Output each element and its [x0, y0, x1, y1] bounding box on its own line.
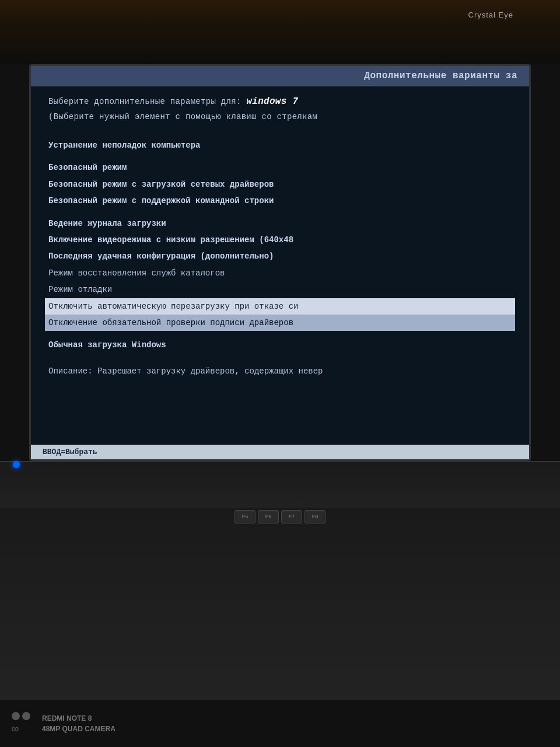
- key-f5[interactable]: F5: [235, 510, 256, 523]
- phone-model: REDMI NOTE 8: [42, 713, 116, 724]
- boot-menu: Устранение неполадок компьютера Безопасн…: [48, 131, 512, 354]
- main-content: Выберите дополнительные параметры для: w…: [31, 86, 529, 386]
- menu-item-no-restart[interactable]: Отключить автоматическую перезагрузку пр…: [45, 298, 515, 315]
- cam-circle-1: [12, 712, 20, 720]
- menu-item-last-good[interactable]: Последняя удачная конфигурация (дополнит…: [48, 248, 512, 264]
- top-bezel: Crystal Eye: [0, 0, 560, 64]
- title-text: Дополнительные варианты за: [364, 71, 517, 81]
- cam-circle-2: [22, 712, 30, 720]
- menu-item-boot-log[interactable]: Ведение журнала загрузки: [48, 215, 512, 232]
- menu-item-no-sign[interactable]: Отключение обязательной проверки подписи…: [45, 315, 515, 331]
- menu-item-safe[interactable]: Безопасный режим: [48, 159, 512, 176]
- key-f8[interactable]: F8: [304, 510, 326, 523]
- power-light: [13, 461, 20, 468]
- key-f7[interactable]: F7: [281, 510, 302, 523]
- camera-circles-top: [12, 712, 30, 720]
- key-f6[interactable]: F6: [258, 510, 279, 523]
- laptop-screen: Дополнительные варианты за Выберите допо…: [29, 64, 531, 461]
- windows-version: windows 7: [246, 96, 298, 107]
- camera-icon-group: ∞: [12, 712, 30, 736]
- title-bar: Дополнительные варианты за: [31, 66, 529, 86]
- bottom-info-bar: ∞ REDMI NOTE 8 48MP QUAD CAMERA: [0, 700, 560, 747]
- laptop-body: Crystal Eye Дополнительные варианты за В…: [0, 0, 560, 747]
- menu-item-repair[interactable]: Устранение неполадок компьютера: [48, 137, 512, 153]
- menu-item-low-res[interactable]: Включение видеорежима с низким разрешени…: [48, 232, 512, 248]
- menu-item-directory[interactable]: Режим восстановления служб каталогов: [48, 265, 512, 281]
- menu-item-normal[interactable]: Обычная загрузка Windows: [48, 337, 512, 353]
- keyboard-row-fn: F5 F6 F7 F8: [0, 508, 560, 526]
- phone-info: REDMI NOTE 8 48MP QUAD CAMERA: [42, 713, 116, 734]
- menu-item-safe-network[interactable]: Безопасный режим с загрузкой сетевых дра…: [48, 176, 512, 193]
- subtitle-line-2: (Выберите нужный элемент с помощью клави…: [48, 111, 512, 123]
- subtitle-line-1: Выберите дополнительные параметры для: w…: [48, 95, 512, 109]
- description-label: Описание: Разрешает загрузку драйверов, …: [48, 366, 512, 376]
- description-section: Описание: Разрешает загрузку драйверов, …: [48, 361, 512, 376]
- infinity-icon: ∞: [12, 722, 19, 736]
- footer-bar: ВВОД=Выбрать: [31, 445, 529, 459]
- screen-content: Дополнительные варианты за Выберите допо…: [31, 66, 529, 459]
- menu-item-debug[interactable]: Режим отладки: [48, 281, 512, 298]
- crystal-eye-label: Crystal Eye: [468, 11, 513, 19]
- camera-circles-bottom: ∞: [12, 722, 30, 736]
- menu-item-safe-cmd[interactable]: Безопасный режим с поддержкой командной …: [48, 193, 512, 209]
- phone-camera-spec: 48MP QUAD CAMERA: [42, 724, 116, 734]
- footer-text: ВВОД=Выбрать: [43, 448, 97, 456]
